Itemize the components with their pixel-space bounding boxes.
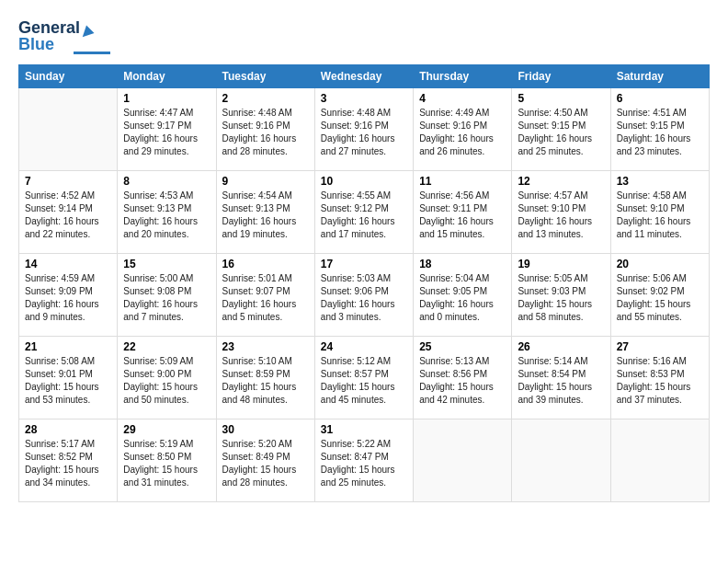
calendar-cell [512,419,610,502]
day-info-line: Daylight: 16 hours [321,298,407,311]
calendar-cell [610,419,709,502]
day-number: 8 [123,175,210,188]
day-info-line: and 13 minutes. [518,228,604,241]
calendar-cell [414,419,512,502]
day-number: 11 [419,175,506,188]
day-info-line: Sunrise: 4:57 AM [518,190,604,202]
calendar-week-row: 21Sunrise: 5:08 AMSunset: 9:01 PMDayligh… [19,337,710,419]
day-info-line: Sunset: 8:56 PM [419,368,506,381]
day-info-line: Daylight: 16 hours [321,132,407,145]
day-info-line: Daylight: 16 hours [518,132,604,145]
calendar-cell: 4Sunrise: 4:49 AMSunset: 9:16 PMDaylight… [414,88,512,171]
day-info-line: Sunrise: 4:47 AM [123,107,210,120]
calendar-cell: 2Sunrise: 4:48 AMSunset: 9:16 PMDaylight… [216,88,314,171]
day-info-line: and 45 minutes. [321,394,407,407]
day-info-line: Sunrise: 5:12 AM [321,355,407,368]
calendar-cell: 19Sunrise: 5:05 AMSunset: 9:03 PMDayligh… [512,254,610,337]
calendar-cell: 12Sunrise: 4:57 AMSunset: 9:10 PMDayligh… [512,171,610,254]
day-info-line: and 28 minutes. [222,477,309,489]
day-number: 9 [222,175,309,188]
day-info-line: Sunset: 9:10 PM [617,202,703,215]
day-info-line: and 37 minutes. [617,394,703,407]
calendar-cell: 15Sunrise: 5:00 AMSunset: 9:08 PMDayligh… [118,254,216,337]
day-info-line: Sunrise: 5:00 AM [123,272,210,285]
day-info-line: Daylight: 15 hours [321,464,407,477]
day-info-line: Sunrise: 5:13 AM [419,355,506,368]
day-info-line: Daylight: 15 hours [222,464,309,477]
calendar-cell: 29Sunrise: 5:19 AMSunset: 8:50 PMDayligh… [118,419,216,502]
day-info-line: and 23 minutes. [617,145,703,158]
day-info-line: Daylight: 16 hours [419,132,506,145]
day-info-line: Sunrise: 5:04 AM [419,272,506,285]
day-info-line: and 50 minutes. [123,394,210,407]
calendar-cell: 14Sunrise: 4:59 AMSunset: 9:09 PMDayligh… [19,254,118,337]
day-info-line: Daylight: 15 hours [518,381,604,394]
weekday-header: Wednesday [314,65,413,88]
calendar-cell: 10Sunrise: 4:55 AMSunset: 9:12 PMDayligh… [314,171,413,254]
day-info-line: Daylight: 16 hours [518,215,604,228]
svg-marker-2 [79,26,95,41]
day-info-line: and 15 minutes. [419,228,506,241]
weekday-header: Friday [512,65,610,88]
day-number: 21 [25,340,111,353]
calendar-cell: 17Sunrise: 5:03 AMSunset: 9:06 PMDayligh… [314,254,413,337]
day-number: 27 [617,340,703,353]
calendar-week-row: 7Sunrise: 4:52 AMSunset: 9:14 PMDaylight… [19,171,710,254]
calendar-cell: 23Sunrise: 5:10 AMSunset: 8:59 PMDayligh… [216,337,314,419]
day-info-line: Daylight: 15 hours [123,464,210,477]
day-info-line: Sunrise: 4:54 AM [222,190,309,202]
day-info-line: Sunset: 8:57 PM [321,368,407,381]
day-info-line: Sunset: 9:10 PM [518,202,604,215]
weekday-header: Tuesday [216,65,314,88]
day-number: 30 [222,423,309,436]
calendar-cell: 22Sunrise: 5:09 AMSunset: 9:00 PMDayligh… [118,337,216,419]
day-info-line: Sunrise: 5:06 AM [617,272,703,285]
day-info-line: Sunset: 8:47 PM [321,451,407,464]
day-number: 26 [518,340,604,353]
calendar-cell: 24Sunrise: 5:12 AMSunset: 8:57 PMDayligh… [314,337,413,419]
day-number: 4 [419,92,506,105]
weekday-header: Monday [118,65,216,88]
day-info-line: Sunset: 9:02 PM [617,285,703,298]
day-info-line: Daylight: 15 hours [617,298,703,311]
day-info-line: and 25 minutes. [321,477,407,489]
day-info-line: Sunrise: 4:48 AM [321,107,407,120]
logo: General Blue [18,15,110,59]
day-info-line: Sunrise: 4:51 AM [617,107,703,120]
day-info-line: Sunset: 8:50 PM [123,451,210,464]
calendar-cell: 13Sunrise: 4:58 AMSunset: 9:10 PMDayligh… [610,171,709,254]
day-info-line: and 3 minutes. [321,311,407,324]
day-info-line: Daylight: 16 hours [123,215,210,228]
day-number: 1 [123,92,210,105]
calendar-cell: 25Sunrise: 5:13 AMSunset: 8:56 PMDayligh… [414,337,512,419]
day-number: 5 [518,92,604,105]
day-info-line: Daylight: 15 hours [617,381,703,394]
calendar-cell: 8Sunrise: 4:53 AMSunset: 9:13 PMDaylight… [118,171,216,254]
day-info-line: and 28 minutes. [222,145,309,158]
day-info-line: Sunrise: 4:53 AM [123,190,210,202]
page-header: General Blue [18,15,710,59]
day-number: 12 [518,175,604,188]
day-info-line: Sunset: 9:01 PM [25,368,111,381]
day-info-line: and 26 minutes. [419,145,506,158]
day-info-line: Sunset: 8:52 PM [25,451,111,464]
day-info-line: Daylight: 15 hours [25,464,111,477]
calendar-cell: 9Sunrise: 4:54 AMSunset: 9:13 PMDaylight… [216,171,314,254]
day-info-line: and 29 minutes. [123,145,210,158]
calendar-cell: 6Sunrise: 4:51 AMSunset: 9:15 PMDaylight… [610,88,709,171]
day-info-line: Sunset: 9:03 PM [518,285,604,298]
day-info-line: Sunset: 9:14 PM [25,202,111,215]
day-info-line: and 9 minutes. [25,311,111,324]
day-number: 22 [123,340,210,353]
day-info-line: and 0 minutes. [419,311,506,324]
day-info-line: Sunrise: 5:09 AM [123,355,210,368]
day-info-line: Sunset: 8:53 PM [617,368,703,381]
day-info-line: and 11 minutes. [617,228,703,241]
calendar-cell: 5Sunrise: 4:50 AMSunset: 9:15 PMDaylight… [512,88,610,171]
day-info-line: Daylight: 16 hours [617,132,703,145]
day-info-line: and 42 minutes. [419,394,506,407]
calendar-cell: 28Sunrise: 5:17 AMSunset: 8:52 PMDayligh… [19,419,118,502]
day-info-line: Daylight: 15 hours [25,381,111,394]
day-info-line: Sunrise: 4:48 AM [222,107,309,120]
calendar-cell [19,88,118,171]
